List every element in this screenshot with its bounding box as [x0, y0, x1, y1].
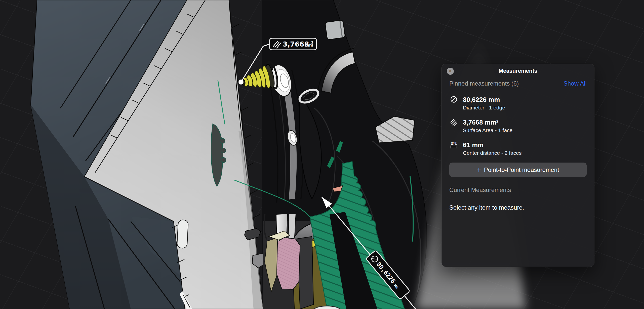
show-all-link[interactable]: Show All [564, 80, 587, 87]
pinned-measurements-list: 80,6226 mm Diameter - 1 edge 3,7668 mm2 [449, 95, 587, 156]
measurement-row-center-distance[interactable]: cntr 61 mm Center distance - 2 faces [449, 140, 587, 156]
panel-body: Pinned measurements (6) Show All 80,6226… [442, 80, 594, 211]
measurement-label: Diameter - 1 edge [463, 104, 505, 111]
slot-tab [325, 20, 345, 40]
panel-header: ✕ Measurements [442, 64, 594, 77]
diameter-icon [449, 95, 458, 103]
pinned-section-header: Pinned measurements (6) Show All [449, 80, 587, 87]
measurement-value: 3,7668 mm2 [463, 117, 512, 126]
rim-section-part[interactable] [375, 116, 415, 143]
measurement-value: 61 mm [463, 140, 521, 149]
measurement-label: Surface Area - 1 face [463, 127, 512, 134]
center-distance-icon: cntr [449, 141, 458, 149]
close-icon[interactable]: ✕ [447, 68, 454, 75]
current-measurements-label: Current Measurements [449, 186, 587, 194]
empty-state-text: Select any item to measure. [449, 204, 587, 211]
measurement-value: 80,6226 mm [463, 95, 505, 104]
point-to-point-label: Point-to-Point measurement [484, 166, 559, 173]
pinned-measurements-label: Pinned measurements (6) [449, 80, 519, 87]
svg-text:cntr: cntr [451, 141, 457, 144]
measurements-panel: ✕ Measurements Pinned measurements (6) S… [441, 64, 594, 267]
surface-area-sup: 2 [311, 41, 313, 44]
measurement-label: Center distance - 2 faces [463, 149, 521, 156]
measurement-row-surface-area[interactable]: 3,7668 mm2 Surface Area - 1 face [449, 117, 587, 134]
measurement-row-diameter[interactable]: 80,6226 mm Diameter - 1 edge [449, 95, 587, 111]
app-window: 3,7668 mm 2 80,6226 mm ✕ [0, 0, 644, 309]
panel-title: Measurements [442, 64, 594, 78]
surface-area-icon [449, 118, 458, 126]
point-to-point-button[interactable]: + Point-to-Point measurement [449, 163, 587, 177]
plus-icon: + [477, 166, 481, 173]
